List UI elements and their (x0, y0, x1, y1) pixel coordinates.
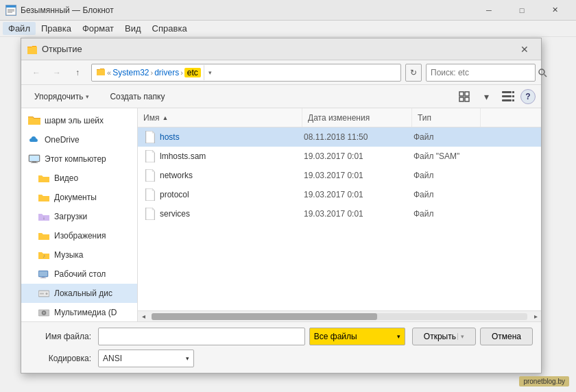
refresh-icon: ↻ (410, 68, 417, 77)
filename-input[interactable] (98, 328, 305, 345)
file-name-lmhosts: lmhosts.sam (160, 151, 304, 161)
sidebar-item-docs[interactable]: Документы (21, 188, 137, 207)
sidebar-item-images[interactable]: Изображения (21, 226, 137, 245)
file-icon-hosts (143, 130, 157, 144)
encoding-dropdown[interactable]: ANSI ▾ (98, 350, 194, 367)
file-pane: Имя ▲ Дата изменения Тип (138, 108, 541, 321)
hscroll-thumb[interactable] (152, 313, 377, 320)
sidebar-item-onedrive[interactable]: OneDrive (21, 130, 137, 149)
sidebar-item-video[interactable]: Видео (21, 169, 137, 188)
notepad-close-btn[interactable]: ✕ (539, 0, 571, 21)
breadcrumb-icon (96, 66, 106, 78)
notepad-icon (5, 5, 16, 16)
svg-text:♪: ♪ (43, 253, 45, 259)
file-icon-services (143, 207, 157, 221)
col-header-date[interactable]: Дата изменения (302, 108, 412, 127)
breadcrumb-system32[interactable]: System32 (112, 68, 149, 77)
open-dialog: Открытие ✕ ← → ↑ « System32 › (21, 38, 542, 373)
hscroll-right-btn[interactable]: ▸ (530, 311, 541, 321)
notepad-menu-view[interactable]: Вид (119, 22, 147, 35)
notepad-menu-help[interactable]: Справка (147, 22, 193, 35)
dialog-close-btn[interactable]: ✕ (514, 41, 536, 58)
filetype-dropdown[interactable]: Все файлы ▾ (309, 328, 405, 345)
svg-rect-10 (465, 92, 469, 96)
file-name-hosts: hosts (160, 132, 304, 142)
svg-rect-9 (459, 92, 464, 96)
hscroll-left-btn[interactable]: ◂ (138, 311, 149, 321)
cloud-icon (28, 134, 40, 146)
file-name-protocol: protocol (160, 190, 304, 199)
filename-row: Имя файла: Все файлы ▾ Открыть ▾ Отмена (29, 328, 533, 345)
sidebar-item-computer[interactable]: Этот компьютер (21, 149, 137, 169)
file-row-networks[interactable]: networks 19.03.2017 0:01 Файл (138, 166, 541, 185)
view-grid-btn[interactable] (455, 88, 474, 106)
watermark: pronetblog.by (519, 376, 569, 387)
notepad-minimize-btn[interactable]: ─ (473, 0, 505, 21)
help-btn[interactable]: ? (520, 89, 536, 104)
file-type-lmhosts: Файл "SAM" (413, 151, 482, 161)
horizontal-scrollbar[interactable]: ◂ ▸ (138, 310, 541, 321)
breadcrumb: « System32 › drivers › etc (96, 66, 201, 78)
images-folder-icon (38, 230, 50, 242)
address-dropdown-btn[interactable]: ▾ (204, 65, 216, 80)
sidebar-label-onedrive: OneDrive (45, 135, 129, 145)
forward-btn[interactable]: → (47, 63, 67, 82)
notepad-maximize-btn[interactable]: □ (506, 0, 538, 21)
file-icon-networks (143, 169, 157, 182)
sidebar-item-desktop[interactable]: Рабочий стол (21, 265, 137, 284)
refresh-btn[interactable]: ↻ (405, 64, 422, 82)
breadcrumb-etc[interactable]: etc (184, 68, 201, 77)
organize-btn[interactable]: Упорядочить ▾ (27, 88, 97, 106)
search-btn[interactable] (538, 64, 547, 81)
dialog-toolbar: ← → ↑ « System32 › drivers › etc (21, 60, 541, 85)
sidebar-item-charm[interactable]: шарм эль шейх (21, 111, 137, 130)
back-btn[interactable]: ← (27, 63, 46, 82)
file-row-services[interactable]: services 19.03.2017 0:01 Файл (138, 204, 541, 223)
file-icon-protocol (143, 188, 157, 201)
up-btn[interactable]: ↑ (68, 63, 87, 82)
file-name-networks: networks (160, 171, 304, 180)
view-dropdown-btn[interactable]: ▾ (477, 88, 496, 106)
sidebar-label-video: Видео (54, 173, 129, 183)
downloads-icon: ↓ (38, 210, 50, 223)
col-header-name[interactable]: Имя ▲ (138, 108, 302, 127)
filetype-dropdown-arrow: ▾ (397, 333, 400, 340)
svg-rect-13 (502, 91, 512, 93)
file-date-lmhosts: 19.03.2017 0:01 (304, 151, 413, 161)
cancel-btn[interactable]: Отмена (480, 328, 533, 345)
hscroll-track[interactable] (152, 313, 527, 320)
encoding-dropdown-arrow: ▾ (186, 355, 189, 362)
encoding-label: Кодировка: (29, 354, 91, 363)
music-icon: ♪ (38, 249, 50, 261)
search-input[interactable] (427, 68, 538, 77)
notepad-menu-file[interactable]: Файл (3, 22, 36, 35)
notepad-menu-format[interactable]: Формат (77, 22, 119, 35)
docs-folder-icon (38, 191, 50, 204)
file-type-hosts: Файл (413, 132, 482, 142)
svg-rect-18 (512, 99, 514, 101)
dialog-titlebar: Открытие ✕ (21, 38, 541, 60)
dialog-title: Открытие (42, 44, 509, 54)
sidebar-label-localdisk: Локальный дис (54, 289, 129, 298)
new-folder-btn[interactable]: Создать папку (102, 88, 172, 106)
file-list-body: hosts 08.11.2018 11:50 Файл lmhosts.sam … (138, 127, 541, 310)
svg-rect-26 (39, 271, 47, 276)
file-icon-lmhosts (143, 149, 157, 163)
breadcrumb-drivers[interactable]: drivers (154, 68, 179, 77)
sidebar-item-downloads[interactable]: ↓ Загрузки (21, 207, 137, 226)
file-row-hosts[interactable]: hosts 08.11.2018 11:50 Файл (138, 127, 541, 147)
address-bar[interactable]: « System32 › drivers › etc ▾ (91, 64, 401, 82)
notepad-menu-edit[interactable]: Правка (36, 22, 77, 35)
open-btn[interactable]: Открыть ▾ (412, 328, 476, 345)
svg-rect-22 (31, 162, 38, 163)
file-row-protocol[interactable]: protocol 19.03.2017 0:01 Файл (138, 185, 541, 204)
col-header-type[interactable]: Тип (412, 108, 481, 127)
dialog-action-bar: Упорядочить ▾ Создать папку ▾ (21, 85, 541, 108)
view-details-btn[interactable] (499, 88, 518, 106)
file-row-lmhosts[interactable]: lmhosts.sam 19.03.2017 0:01 Файл "SAM" (138, 147, 541, 166)
sidebar-item-localdisk[interactable]: Локальный дис (21, 284, 137, 303)
file-name-services: services (160, 209, 304, 219)
sidebar-item-multimedia[interactable]: Мультимедиа (D (21, 303, 137, 321)
sidebar-label-desktop: Рабочий стол (54, 269, 129, 279)
sidebar-item-music[interactable]: ♪ Музыка (21, 245, 137, 265)
